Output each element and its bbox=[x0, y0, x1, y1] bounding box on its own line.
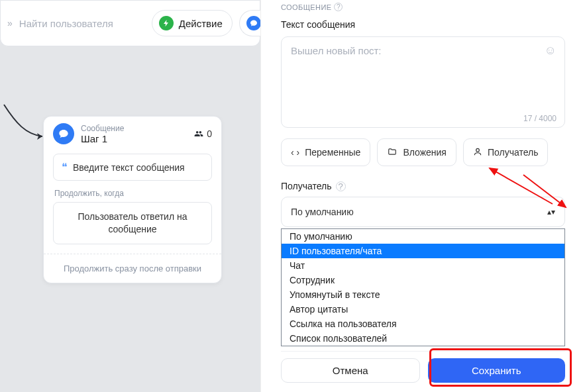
recipient-dropdown-item[interactable]: Упомянутый в тексте bbox=[282, 287, 564, 302]
quote-icon: ❝ bbox=[62, 161, 68, 173]
node-reach-count: 0 bbox=[193, 128, 212, 139]
node-title: Шаг 1 bbox=[81, 133, 193, 144]
recipient-dropdown-item[interactable]: По умолчанию bbox=[282, 229, 564, 244]
node-continue-immediately[interactable]: Продолжить сразу после отправки bbox=[44, 254, 221, 283]
folder-icon bbox=[387, 147, 398, 158]
node-reply-condition[interactable]: Пользователь ответил на сообщение bbox=[53, 202, 212, 244]
action-pill[interactable]: Действие bbox=[152, 10, 233, 36]
help-icon[interactable]: ? bbox=[336, 181, 346, 191]
recipient-field-label: Получатель ? bbox=[281, 181, 565, 191]
flow-canvas[interactable]: » Действие Сооб bbox=[0, 0, 260, 392]
settings-panel: СООБЩЕНИЕ ? Текст сообщения Вышел новый … bbox=[260, 0, 585, 392]
bolt-icon bbox=[159, 16, 174, 30]
recipient-dropdown-item[interactable]: ID пользователя/чата bbox=[282, 244, 564, 258]
recipient-dropdown-item[interactable]: Ссылка на пользователя bbox=[282, 317, 564, 331]
recipient-dropdown-item[interactable]: Список пользователей bbox=[282, 331, 564, 346]
attachments-button[interactable]: Вложения bbox=[377, 138, 456, 166]
action-pill-label: Действие bbox=[179, 18, 223, 29]
panel-footer: Отмена Сохранить bbox=[281, 351, 565, 383]
recipient-select[interactable]: По умолчанию ▴▾ bbox=[281, 197, 565, 227]
recipient-dropdown-item[interactable]: Чат bbox=[282, 258, 564, 273]
emoji-icon[interactable]: ☺ bbox=[545, 44, 557, 58]
node-message-input[interactable]: ❝ Введите текст сообщения bbox=[53, 154, 212, 181]
node-continue-label: Продолжить, когда bbox=[54, 189, 211, 198]
step-node-header: Сообщение Шаг 1 0 bbox=[44, 117, 221, 150]
code-icon: ‹ › bbox=[291, 147, 299, 158]
step-node[interactable]: Сообщение Шаг 1 0 ❝ Введите текст сообще… bbox=[43, 116, 222, 283]
chat-icon bbox=[246, 16, 261, 30]
cancel-button[interactable]: Отмена bbox=[281, 358, 420, 383]
search-input[interactable] bbox=[19, 18, 145, 29]
recipient-dropdown-item[interactable]: Сотрудник bbox=[282, 273, 564, 287]
sort-caret-icon: ▴▾ bbox=[547, 207, 555, 217]
recipient-button[interactable]: Получатель bbox=[463, 138, 549, 166]
chat-icon bbox=[53, 123, 74, 144]
svg-point-0 bbox=[476, 148, 480, 152]
flow-connector-arrow bbox=[3, 103, 49, 143]
text-label: Текст сообщения bbox=[281, 19, 565, 30]
user-icon bbox=[473, 147, 482, 158]
recipient-dropdown[interactable]: По умолчаниюID пользователя/чатаЧатСотру… bbox=[281, 228, 565, 346]
canvas-toolbar: » Действие Сооб bbox=[0, 0, 260, 46]
char-counter: 17 / 4000 bbox=[523, 114, 557, 123]
save-button[interactable]: Сохранить bbox=[428, 358, 566, 383]
recipient-dropdown-item[interactable]: Автор цитаты bbox=[282, 302, 564, 317]
node-eyebrow: Сообщение bbox=[81, 124, 193, 133]
variables-button[interactable]: ‹ › Переменные bbox=[281, 138, 370, 166]
message-textarea[interactable]: Вышел новый пост: ☺ 17 / 4000 bbox=[281, 36, 565, 128]
message-textarea-value: Вышел новый пост: bbox=[291, 45, 555, 56]
expand-icon[interactable]: » bbox=[7, 17, 13, 29]
section-eyebrow: СООБЩЕНИЕ ? bbox=[281, 3, 565, 11]
